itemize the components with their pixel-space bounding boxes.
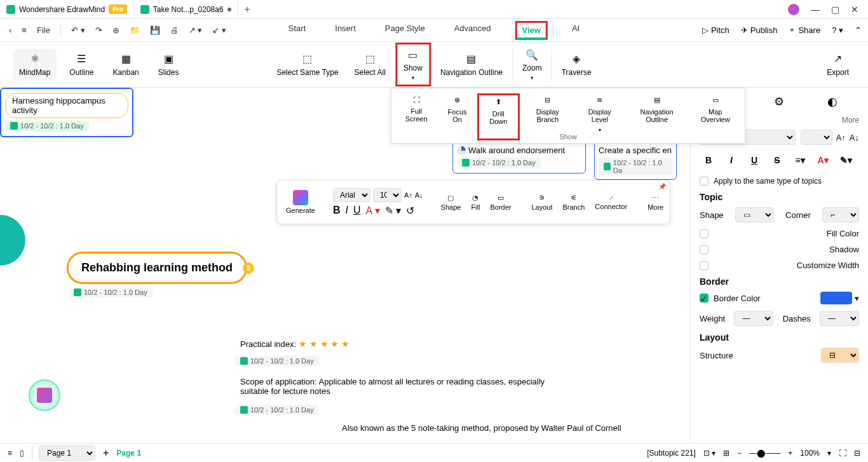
layout-button[interactable]: ⚞Layout [529, 191, 555, 214]
generate-button[interactable]: Generate [283, 187, 318, 217]
map-overview-button[interactable]: ▭ Map Overview [689, 93, 741, 140]
tab-pagestyle[interactable]: Page Style [380, 21, 430, 40]
export-button[interactable]: ↗ Export [820, 49, 855, 81]
italic-button[interactable]: I [345, 205, 348, 217]
panel-size-select[interactable]: 10 [801, 130, 832, 145]
connector-button[interactable]: ⟋Connector [592, 191, 630, 213]
custom-width-checkbox[interactable] [700, 261, 709, 270]
fit-page-button[interactable]: ⊡ ▾ [703, 449, 715, 458]
file-menu[interactable]: File [34, 24, 53, 36]
traverse-button[interactable]: ◈ Traverse [555, 49, 598, 81]
shadow-checkbox[interactable] [700, 245, 709, 254]
redo-button[interactable]: ↷ [93, 24, 105, 36]
bold-button[interactable]: B [333, 205, 341, 217]
help-button[interactable]: ? ▾ [832, 25, 843, 35]
font-select[interactable]: Arial [333, 188, 370, 202]
publish-button[interactable]: ✈ Publish [741, 25, 778, 35]
decrease-font-button[interactable]: A↓ [415, 191, 423, 199]
node-walk[interactable]: Walk around endorsement 10/2 - 10/2 : 1.… [452, 141, 586, 173]
back-button[interactable]: ‹ [6, 24, 14, 36]
scope-node[interactable]: Scope of application: Applicable to almo… [240, 377, 552, 396]
panel-increase-font[interactable]: A↑ [836, 133, 846, 142]
fullscreen-button[interactable]: ⛶ Full Screen [395, 93, 437, 140]
selected-node[interactable]: Harnessing hippocampus activity 10/2 - 1… [0, 88, 133, 137]
collapse-panel-button[interactable]: ⊟ [854, 449, 860, 458]
page-select[interactable]: Page 1 [39, 445, 95, 461]
node-hippocampus[interactable]: Harnessing hippocampus activity [5, 93, 128, 118]
pitch-button[interactable]: ▷ Pitch [702, 25, 729, 35]
panel-fontcolor[interactable]: A▾ [814, 151, 832, 169]
weight-select[interactable]: — [734, 311, 773, 326]
menu-button[interactable]: ≡ [19, 24, 29, 36]
corner-select[interactable]: ⌐ [822, 207, 859, 222]
increase-font-button[interactable]: A↑ [404, 191, 412, 199]
add-tab-button[interactable]: + [238, 4, 257, 15]
nav-outline-panel-button[interactable]: ▤ Navigation Outline [625, 93, 689, 140]
border-color-checkbox[interactable]: ✓ [700, 294, 709, 302]
node-specific[interactable]: Create a specific en 10/2 - 10/2 : 1.0 D… [594, 141, 677, 180]
close-button[interactable]: ✕ [851, 4, 858, 15]
mindmap-view-button[interactable]: ⚛ MindMap [13, 49, 57, 81]
drill-down-button[interactable]: ⬆ Drill Down [477, 93, 520, 140]
page-tab[interactable]: Page 1 [116, 449, 141, 458]
panel-align[interactable]: ≡▾ [791, 151, 809, 169]
nav-outline-button[interactable]: ▤ Navigation Outline [434, 49, 509, 81]
panel-toggle[interactable]: ▯ [20, 449, 24, 458]
underline-button[interactable]: U [353, 205, 361, 217]
tab-document[interactable]: Take Not...p_0208a6 [134, 0, 238, 19]
zoom-slider[interactable]: —⬤—— [749, 449, 780, 458]
fit-width-button[interactable]: ⊞ [723, 449, 729, 458]
show-button[interactable]: ▭ Show ▾ [395, 43, 431, 86]
panel-italic[interactable]: I [722, 151, 740, 169]
panel-strike[interactable]: S [768, 151, 786, 169]
pin-icon[interactable]: 📌 [658, 183, 666, 190]
outline-toggle[interactable]: ≡ [8, 449, 12, 458]
user-avatar[interactable] [788, 4, 799, 15]
fill-button[interactable]: ◔Fill [468, 191, 482, 214]
slides-view-button[interactable]: ▣ Slides [152, 49, 186, 81]
zoom-dropdown[interactable]: ▾ [827, 449, 831, 458]
highlight-button[interactable]: ✎ ▾ [385, 205, 401, 217]
select-same-type-button[interactable]: ⬚ Select Same Type [270, 49, 344, 81]
apply-same-checkbox[interactable] [700, 177, 709, 186]
collapse-button[interactable]: ⌃ [855, 25, 862, 35]
border-button[interactable]: ▭Border [487, 191, 513, 214]
export-dropdown[interactable]: ↗ ▾ [186, 24, 205, 36]
size-select[interactable]: 10 [373, 188, 402, 202]
cornell-node[interactable]: Also known as the 5 note-taking method, … [342, 423, 628, 433]
panel-underline[interactable]: U [745, 151, 763, 169]
panel-tab-theme[interactable]: ◐ [825, 94, 840, 109]
panel-decrease-font[interactable]: A↓ [850, 133, 859, 142]
kanban-view-button[interactable]: ▦ Kanban [106, 49, 145, 81]
share-button[interactable]: ⚬ Share [789, 25, 820, 35]
fill-color-checkbox[interactable] [700, 229, 709, 238]
clear-format-button[interactable]: ↺ [406, 205, 414, 217]
zoom-out-button[interactable]: − [737, 449, 742, 458]
fullscreen-status-button[interactable]: ⛶ [839, 449, 846, 458]
zoom-in-button[interactable]: + [788, 449, 792, 458]
structure-select[interactable]: ⊟ [821, 348, 859, 363]
practical-node[interactable]: Practical index: ★ ★ ★ ★ ★ [240, 339, 349, 349]
open-button[interactable]: 📁 [127, 24, 142, 36]
dashes-select[interactable]: — [820, 311, 859, 326]
ai-helper-button[interactable] [29, 379, 60, 411]
tab-ai[interactable]: AI [567, 21, 585, 40]
more-button[interactable]: ⋯More [645, 191, 666, 214]
tab-view[interactable]: View [515, 21, 548, 40]
border-color-dropdown[interactable]: ▾ [855, 294, 859, 303]
tab-app[interactable]: Wondershare EdrawMind Pro [0, 0, 134, 19]
add-page-button[interactable]: + [103, 447, 109, 459]
main-topic-node[interactable]: Rehabbing learning method $ [67, 252, 247, 284]
tab-advanced[interactable]: Advanced [449, 21, 496, 40]
root-bubble[interactable] [0, 215, 25, 266]
panel-bold[interactable]: B [700, 151, 717, 169]
new-button[interactable]: ⊕ [110, 24, 122, 36]
zoom-button[interactable]: 🔍 Zoom ▾ [516, 44, 548, 85]
shape-select[interactable]: ▭ [735, 207, 774, 222]
save-button[interactable]: 💾 [147, 24, 163, 36]
import-dropdown[interactable]: ↙ ▾ [210, 24, 229, 36]
minimize-button[interactable]: — [811, 4, 820, 15]
panel-tab-style[interactable]: ⚙ [771, 94, 787, 109]
select-all-button[interactable]: ⬚ Select All [348, 49, 392, 81]
font-color-button[interactable]: A ▾ [365, 205, 379, 217]
